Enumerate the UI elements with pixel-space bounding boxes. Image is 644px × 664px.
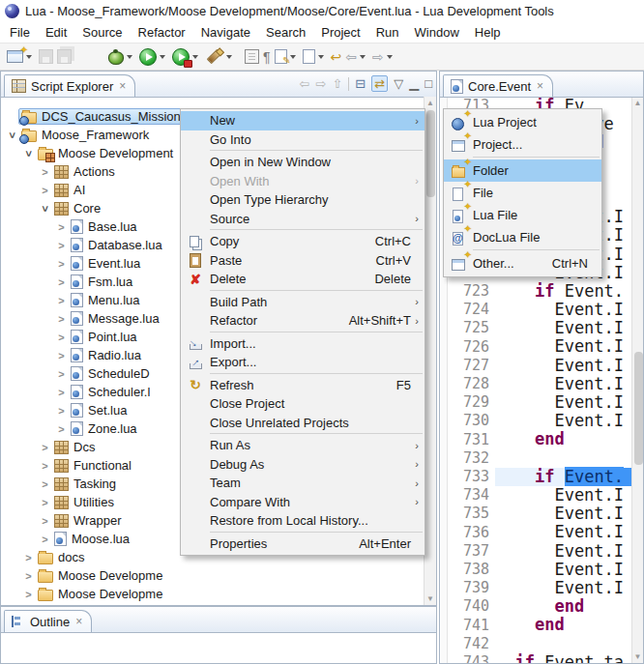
tree-item-body[interactable]: AI bbox=[51, 183, 88, 197]
context-menu-item-properties[interactable]: PropertiesAlt+Enter bbox=[181, 534, 424, 554]
tree-item-body[interactable]: Moose Development bbox=[35, 146, 176, 160]
external-tools-button[interactable] bbox=[203, 46, 237, 68]
menubar-item-file[interactable]: File bbox=[2, 23, 38, 42]
chevron-closed-icon[interactable]: > bbox=[55, 332, 68, 343]
editor-scrollbar[interactable]: ▲ ▼ bbox=[631, 97, 643, 663]
chevron-closed-icon[interactable]: > bbox=[22, 552, 35, 563]
code-line[interactable]: Event.I bbox=[495, 542, 631, 561]
tab-core-event[interactable]: Core.Event × bbox=[443, 74, 553, 97]
tree-item-body[interactable]: Fsm.lua bbox=[68, 274, 135, 289]
chevron-closed-icon[interactable]: > bbox=[39, 534, 51, 545]
tree-item-body[interactable]: Set.lua bbox=[68, 403, 130, 418]
mark-occurrences-button[interactable] bbox=[243, 46, 261, 68]
close-icon[interactable]: × bbox=[537, 79, 543, 93]
chevron-open-icon[interactable]: > bbox=[7, 129, 18, 141]
tree-item-moose-logo[interactable]: >Moose Logo bbox=[2, 603, 423, 605]
menubar-item-help[interactable]: Help bbox=[467, 23, 509, 42]
tree-item-body[interactable]: Tasking bbox=[51, 476, 119, 491]
collapse-all-icon[interactable]: ⊟ bbox=[355, 77, 366, 90]
scrollbar-thumb[interactable] bbox=[634, 352, 643, 465]
context-menu-item-build-path[interactable]: Build Path› bbox=[181, 293, 424, 312]
dropdown-caret-icon[interactable] bbox=[387, 55, 393, 59]
new-submenu-item-project[interactable]: ✦Project... bbox=[444, 133, 601, 156]
context-menu-item-delete[interactable]: ✘DeleteDelete bbox=[181, 270, 424, 289]
run-button[interactable] bbox=[137, 46, 170, 68]
tree-item-body[interactable]: Moose Developme bbox=[35, 587, 165, 601]
maximize-icon[interactable]: □ bbox=[424, 77, 432, 90]
tab-outline[interactable]: Outline × bbox=[4, 610, 92, 632]
code-line[interactable]: Event.I bbox=[495, 486, 631, 505]
chevron-closed-icon[interactable]: > bbox=[55, 295, 68, 306]
code-line[interactable]: Event.I bbox=[495, 523, 631, 541]
chevron-closed-icon[interactable]: > bbox=[22, 589, 35, 600]
menubar-item-window[interactable]: Window bbox=[407, 23, 467, 42]
chevron-closed-icon[interactable]: > bbox=[39, 478, 51, 490]
dropdown-caret-icon[interactable] bbox=[318, 55, 324, 59]
previous-edit-location-button[interactable] bbox=[301, 46, 329, 68]
chevron-closed-icon[interactable]: > bbox=[55, 276, 68, 288]
tree-item-body[interactable]: Wrapper bbox=[51, 513, 125, 528]
tree-item-body[interactable]: Moose.lua bbox=[51, 532, 132, 546]
menubar-item-navigate[interactable]: Navigate bbox=[193, 23, 258, 42]
dropdown-caret-icon[interactable] bbox=[360, 55, 366, 59]
show-whitespace-button[interactable]: ¶ bbox=[261, 46, 273, 68]
context-menu-item-restore-from-local-history[interactable]: Restore from Local History... bbox=[181, 511, 424, 531]
code-line[interactable]: Event.I bbox=[495, 337, 631, 356]
chevron-closed-icon[interactable]: > bbox=[39, 185, 51, 196]
context-menu-item-go-into[interactable]: Go Into bbox=[181, 130, 424, 150]
tree-item-body[interactable]: ScheduleD bbox=[68, 366, 153, 381]
menubar-item-edit[interactable]: Edit bbox=[38, 23, 74, 42]
chevron-open-icon[interactable]: > bbox=[40, 202, 51, 215]
new-submenu-item-doclua-file[interactable]: @✦DocLua File bbox=[444, 226, 601, 248]
code-line[interactable]: Event.I bbox=[495, 393, 631, 412]
tree-item-body[interactable]: Base.lua bbox=[68, 219, 140, 234]
forward-history-button[interactable]: ⇨ bbox=[370, 46, 397, 68]
code-line[interactable]: end bbox=[495, 597, 631, 616]
code-line[interactable]: Event.I bbox=[495, 375, 631, 393]
close-icon[interactable]: × bbox=[119, 79, 126, 93]
tree-item-body[interactable]: Message.lua bbox=[68, 311, 162, 326]
back-icon[interactable]: ⇦ bbox=[300, 77, 310, 90]
chevron-closed-icon[interactable]: > bbox=[55, 258, 68, 270]
code-line[interactable]: Event.I bbox=[495, 579, 631, 597]
code-line[interactable]: Event.I bbox=[495, 505, 631, 523]
code-line[interactable]: Event.I bbox=[495, 319, 631, 337]
tree-item-body[interactable]: Functional bbox=[51, 458, 134, 473]
code-line[interactable]: Event.I bbox=[495, 412, 631, 430]
back-history-button[interactable]: ⇦ bbox=[343, 46, 370, 68]
context-menu-item-compare-with[interactable]: Compare With› bbox=[181, 493, 424, 512]
close-icon[interactable]: × bbox=[75, 615, 82, 628]
chevron-closed-icon[interactable]: > bbox=[55, 405, 68, 417]
tree-item-body[interactable]: Core bbox=[51, 201, 103, 216]
tab-script-explorer[interactable]: Script Explorer × bbox=[4, 74, 135, 97]
code-line[interactable]: if Event. bbox=[495, 282, 631, 301]
chevron-closed-icon[interactable]: > bbox=[55, 221, 68, 233]
context-menu-item-run-as[interactable]: Run As› bbox=[181, 436, 424, 455]
chevron-closed-icon[interactable]: > bbox=[55, 313, 68, 325]
up-icon[interactable]: ⇧ bbox=[332, 77, 342, 90]
chevron-open-icon[interactable]: > bbox=[23, 147, 35, 159]
new-submenu-item-other[interactable]: ✦Other...Ctrl+N bbox=[444, 252, 601, 274]
context-menu-item-paste[interactable]: PasteCtrl+V bbox=[181, 251, 424, 271]
dropdown-caret-icon[interactable] bbox=[26, 55, 32, 59]
menubar-item-project[interactable]: Project bbox=[313, 23, 367, 42]
scroll-up-icon[interactable]: ▲ bbox=[424, 97, 436, 109]
context-menu-item-refresh[interactable]: ↻RefreshF5 bbox=[181, 376, 424, 395]
chevron-closed-icon[interactable]: > bbox=[55, 240, 68, 251]
tree-item-body[interactable]: Moose Developme bbox=[35, 568, 165, 583]
code-line[interactable]: end bbox=[495, 430, 631, 448]
chevron-closed-icon[interactable]: > bbox=[39, 515, 51, 527]
dropdown-caret-icon[interactable] bbox=[160, 55, 165, 59]
context-menu-item-new[interactable]: New› bbox=[181, 111, 424, 130]
scroll-down-icon[interactable]: ▼ bbox=[424, 592, 436, 605]
code-line[interactable]: Event.I bbox=[495, 561, 631, 579]
next-edit-location-button[interactable]: ✎ bbox=[273, 46, 301, 68]
code-line[interactable]: if Event. bbox=[495, 468, 631, 486]
tree-item-body[interactable]: Actions bbox=[51, 164, 118, 179]
chevron-closed-icon[interactable]: > bbox=[39, 166, 51, 178]
context-menu-item-close-unrelated-projects[interactable]: Close Unrelated Projects bbox=[181, 414, 424, 433]
tree-item-body[interactable]: Scheduler.l bbox=[68, 385, 153, 399]
context-menu-item-export[interactable]: →Export... bbox=[181, 353, 424, 372]
menubar-item-refactor[interactable]: Refactor bbox=[131, 23, 193, 42]
chevron-closed-icon[interactable]: > bbox=[39, 497, 51, 508]
